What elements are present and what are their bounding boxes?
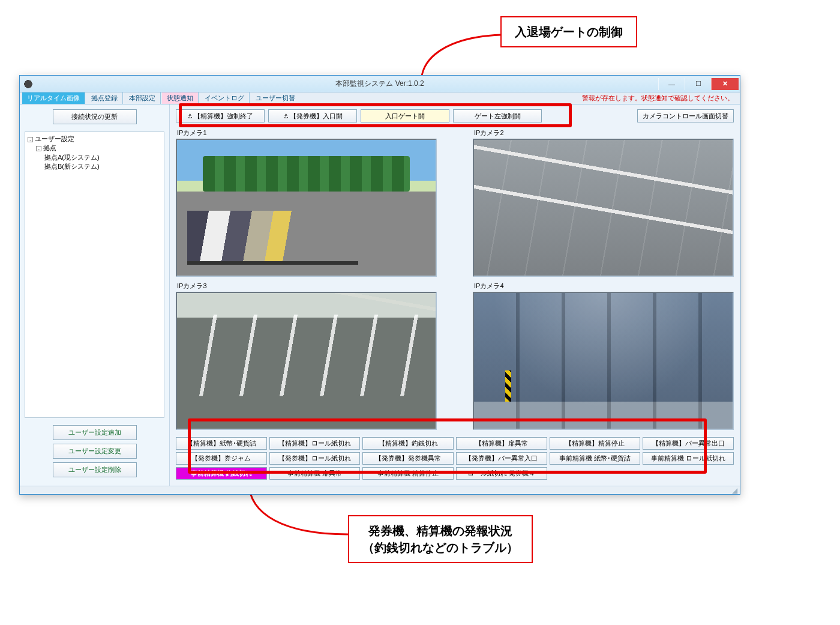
callout-alert-status: 発券機、精算機の発報状況 （釣銭切れなどのトラブル） [348,515,533,563]
status-cell[interactable]: 事前精算機 ロール紙切れ [643,452,734,465]
camera-label-2: IPカメラ2 [473,128,734,139]
tab-site-reg[interactable]: 拠点登録 [86,92,123,104]
window-title: 本部監視システム Ver:1.0.2 [20,79,740,89]
btn-entry-gate-open[interactable]: 入口ゲート開 [361,109,449,122]
camera-view-3[interactable] [176,292,437,430]
refresh-connection-button[interactable]: 接続状況の更新 [53,109,137,124]
sidebar: 接続状況の更新 -ユーザー設定 -拠点 拠点A(現システム) 拠点B(新システム… [20,104,170,486]
app-window: 本部監視システム Ver:1.0.2 リアルタイム画像 拠点登録 本部設定 状態… [19,75,740,495]
anchor-icon: ⚓︎ [283,113,289,119]
callout-line2: （釣銭切れなどのトラブル） [362,541,518,554]
tab-status[interactable]: 状態通知 [162,92,199,104]
status-cell[interactable]: 【精算機】精算停止 [550,437,641,450]
btn-ticket-entrance-open[interactable]: ⚓︎【発券機】入口開 [268,109,357,122]
gate-toolbar: ⚓︎【精算機】強制終了 ⚓︎【発券機】入口開 入口ゲート開 ゲート左強制開 カメ… [173,108,736,126]
status-cell[interactable]: 【精算機】ロール紙切れ [269,437,361,450]
btn-payment-force-end[interactable]: ⚓︎【精算機】強制終了 [176,109,265,122]
user-delete-button[interactable]: ユーザー設定削除 [53,462,137,477]
global-alert-text: 警報が存在します。状態通知で確認してください。 [582,94,734,103]
status-cell[interactable]: 【発券機】バー異常入口 [456,452,547,465]
status-panel: 【精算機】紙幣･硬貨詰【精算機】ロール紙切れ【精算機】釣銭切れ【精算機】扉異常【… [173,435,736,482]
status-cell[interactable]: 事前精算機 精算停止 [362,467,454,480]
status-cell[interactable]: 事前精算機 紙幣･硬貨詰 [550,452,641,465]
camera-label-3: IPカメラ3 [176,282,437,292]
callout-gate-control: 入退場ゲートの制御 [500,16,637,47]
content-area: ⚓︎【精算機】強制終了 ⚓︎【発券機】入口開 入口ゲート開 ゲート左強制開 カメ… [170,104,740,486]
status-cell[interactable]: 【精算機】バー異常出口 [643,437,734,450]
btn-camera-control-switch[interactable]: カメラコントロール画面切替 [637,109,734,122]
status-cell[interactable]: 事前精算機 釣銭切れ [176,467,267,480]
camera-label-4: IPカメラ4 [473,282,734,292]
camera-view-4[interactable] [473,292,734,430]
tab-user-switch[interactable]: ユーザー切替 [251,92,300,104]
status-cell[interactable]: 【精算機】釣銭切れ [362,437,454,450]
btn-gate-left-force-open[interactable]: ゲート左強制開 [453,109,542,122]
tree-toggle-icon[interactable]: - [28,137,33,142]
status-cell[interactable]: 【精算機】扉異常 [456,437,547,450]
status-cell[interactable]: 【発券機】ロール紙切れ [269,452,361,465]
status-cell[interactable]: 【発券機】券ジャム [176,452,267,465]
titlebar[interactable]: 本部監視システム Ver:1.0.2 [20,76,740,92]
camera-label-1: IPカメラ1 [176,128,437,139]
tab-realtime[interactable]: リアルタイム画像 [22,92,85,104]
tab-hq-config[interactable]: 本部設定 [124,92,161,104]
tree-site-b[interactable]: 拠点B(新システム) [28,162,161,171]
tree-toggle-icon[interactable]: - [36,146,41,151]
user-add-button[interactable]: ユーザー設定追加 [53,425,137,440]
tree-site-a[interactable]: 拠点A(現システム) [28,153,161,162]
callout-line1: 発券機、精算機の発報状況 [368,524,512,537]
callout-text: 入退場ゲートの制御 [515,25,623,38]
status-cell[interactable]: 【精算機】紙幣･硬貨詰 [176,437,267,450]
status-cell[interactable]: 事前精算機 扉異常 [269,467,361,480]
anchor-icon: ⚓︎ [187,113,193,119]
site-tree[interactable]: -ユーザー設定 -拠点 拠点A(現システム) 拠点B(新システム) [25,131,164,418]
status-cell[interactable]: 【発券機】発券機異常 [362,452,454,465]
user-edit-button[interactable]: ユーザー設定変更 [53,444,137,459]
camera-view-1[interactable] [176,139,437,277]
tree-root[interactable]: -ユーザー設定 [28,134,161,143]
tab-bar: リアルタイム画像 拠点登録 本部設定 状態通知 イベントログ ユーザー切替 警報… [20,92,740,104]
camera-view-2[interactable] [473,139,734,277]
resize-grip[interactable]: ◢ [20,486,740,494]
tree-sites[interactable]: -拠点 [28,143,161,152]
tab-eventlog[interactable]: イベントログ [200,92,250,104]
camera-grid: IPカメラ1 IPカメラ2 IPカメラ3 IPカメラ4 [173,126,736,432]
status-cell[interactable]: ロール紙切れ 発券機４ [456,467,547,480]
